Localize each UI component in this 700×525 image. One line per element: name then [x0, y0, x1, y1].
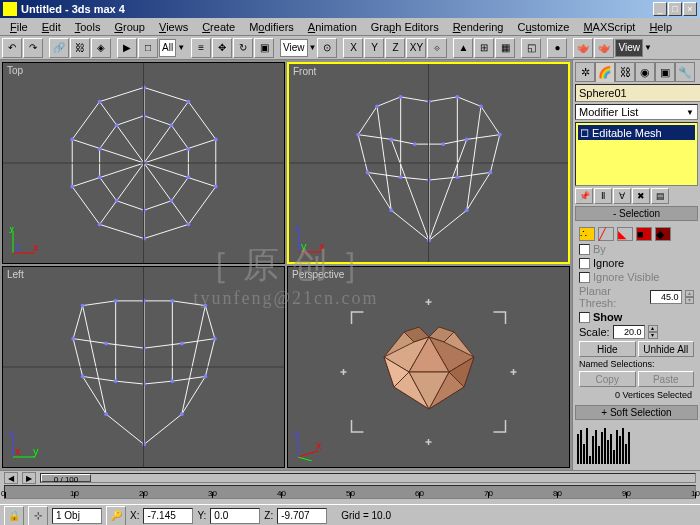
menu-file[interactable]: File [4, 20, 34, 34]
remove-mod-button[interactable]: ✖ [632, 188, 650, 204]
maximize-button[interactable]: □ [668, 2, 682, 16]
select-button[interactable]: ▶ [117, 38, 137, 58]
stack-editable-mesh[interactable]: ◻ Editable Mesh [578, 125, 695, 140]
restrict-y[interactable]: Y [364, 38, 384, 58]
soft-selection-header[interactable]: + Soft Selection [575, 405, 698, 420]
show-result-button[interactable]: Ⅱ [594, 188, 612, 204]
refcoord-combo[interactable]: View [280, 39, 308, 57]
planar-up[interactable]: ▴ [685, 290, 694, 297]
ik-button[interactable]: ⟐ [427, 38, 447, 58]
tab-motion[interactable]: ◉ [635, 62, 655, 82]
scale-input[interactable] [613, 325, 645, 339]
select-name-button[interactable]: ≡ [191, 38, 211, 58]
subobj-poly[interactable]: ■ [636, 227, 652, 241]
paste-button[interactable]: Paste [638, 371, 695, 387]
menu-views[interactable]: Views [153, 20, 194, 34]
render-combo[interactable]: View [615, 39, 643, 57]
planar-input[interactable] [650, 290, 682, 304]
y-label: Y: [197, 510, 206, 521]
ignore-vis-checkbox[interactable] [579, 272, 590, 283]
subobj-element[interactable]: ◆ [655, 227, 671, 241]
configure-button[interactable]: ▤ [651, 188, 669, 204]
center-button[interactable]: ⊙ [317, 38, 337, 58]
obj-count: 1 Obj [52, 508, 102, 524]
menu-tools[interactable]: Tools [69, 20, 107, 34]
subobj-vertex[interactable]: ∴ [579, 227, 595, 241]
array-button[interactable]: ⊞ [474, 38, 494, 58]
unhide-button[interactable]: Unhide All [638, 341, 695, 357]
menu-help[interactable]: Help [643, 20, 678, 34]
object-name-input[interactable] [575, 84, 700, 102]
rotate-button[interactable]: ↻ [233, 38, 253, 58]
viewport-top[interactable]: Top yxz [2, 62, 285, 264]
menu-rendering[interactable]: Rendering [447, 20, 510, 34]
selection-rollout-header[interactable]: - Selection [575, 206, 698, 221]
menu-group[interactable]: Group [108, 20, 151, 34]
tab-hierarchy[interactable]: ⛓ [615, 62, 635, 82]
menu-animation[interactable]: Animation [302, 20, 363, 34]
pin-stack-button[interactable]: 📌 [575, 188, 593, 204]
timeline-prev[interactable]: ◀ [4, 472, 18, 484]
modifier-list-combo[interactable]: Modifier List▼ [575, 104, 698, 120]
viewport-perspective[interactable]: Perspective [287, 266, 570, 468]
minimize-button[interactable]: _ [653, 2, 667, 16]
schematic-button[interactable]: ◱ [521, 38, 541, 58]
keymode-button[interactable]: 🔑 [106, 506, 126, 526]
align-button[interactable]: ▦ [495, 38, 515, 58]
planar-label: Planar Thresh: [579, 285, 647, 309]
svg-text:x: x [33, 241, 39, 253]
timeline-next[interactable]: ▶ [22, 472, 36, 484]
planar-down[interactable]: ▾ [685, 297, 694, 304]
subobj-face[interactable]: ◣ [617, 227, 633, 241]
material-button[interactable]: ● [547, 38, 567, 58]
time-ruler[interactable]: 0102030405060708090100 [4, 485, 696, 499]
restrict-xy[interactable]: XY [406, 38, 426, 58]
scale-up[interactable]: ▴ [648, 325, 658, 332]
bind-button[interactable]: ◈ [91, 38, 111, 58]
link-button[interactable]: 🔗 [49, 38, 69, 58]
scale-down[interactable]: ▾ [648, 332, 658, 339]
ignore-checkbox[interactable] [579, 258, 590, 269]
menu-create[interactable]: Create [196, 20, 241, 34]
menu-modifiers[interactable]: Modifiers [243, 20, 300, 34]
snap-button[interactable]: ⊹ [28, 506, 48, 526]
unlink-button[interactable]: ⛓ [70, 38, 90, 58]
tab-create[interactable]: ✲ [575, 62, 595, 82]
viewport-front[interactable]: Front zxy [287, 62, 570, 264]
copy-button[interactable]: Copy [579, 371, 636, 387]
z-coord[interactable]: -9.707 [277, 508, 327, 524]
restrict-z[interactable]: Z [385, 38, 405, 58]
hide-button[interactable]: Hide [579, 341, 636, 357]
redo-button[interactable]: ↷ [23, 38, 43, 58]
menu-maxscript[interactable]: MAXScript [577, 20, 641, 34]
filter-combo[interactable]: All [159, 39, 176, 57]
tab-utilities[interactable]: 🔧 [675, 62, 695, 82]
by-checkbox[interactable] [579, 244, 590, 255]
tab-modify[interactable]: 🌈 [595, 62, 615, 82]
menu-customize[interactable]: Customize [511, 20, 575, 34]
modifier-stack[interactable]: ◻ Editable Mesh [575, 122, 698, 186]
render-button[interactable]: 🫖 [573, 38, 593, 58]
y-coord[interactable]: 0.0 [210, 508, 260, 524]
menu-grapheditors[interactable]: Graph Editors [365, 20, 445, 34]
select-rect-button[interactable]: □ [138, 38, 158, 58]
mirror-button[interactable]: ▲ [453, 38, 473, 58]
move-button[interactable]: ✥ [212, 38, 232, 58]
menu-edit[interactable]: Edit [36, 20, 67, 34]
subobj-edge[interactable]: ╱ [598, 227, 614, 241]
scale-button[interactable]: ▣ [254, 38, 274, 58]
x-coord[interactable]: -7.145 [143, 508, 193, 524]
time-slider-handle[interactable]: 0 / 100 [41, 474, 91, 482]
svg-line-102 [298, 457, 312, 461]
tab-display[interactable]: ▣ [655, 62, 675, 82]
show-checkbox[interactable] [579, 312, 590, 323]
lock-button[interactable]: 🔒 [4, 506, 24, 526]
time-slider[interactable]: 0 / 100 [40, 473, 696, 483]
undo-button[interactable]: ↶ [2, 38, 22, 58]
quickrender-button[interactable]: 🫖 [594, 38, 614, 58]
close-button[interactable]: × [683, 2, 697, 16]
restrict-x[interactable]: X [343, 38, 363, 58]
unique-button[interactable]: ∀ [613, 188, 631, 204]
viewport-left[interactable]: Left zyx [2, 266, 285, 468]
viewport-area: ［ 原 创 ］ tyunfeng@21cn.com Top yxz Front [0, 60, 572, 470]
